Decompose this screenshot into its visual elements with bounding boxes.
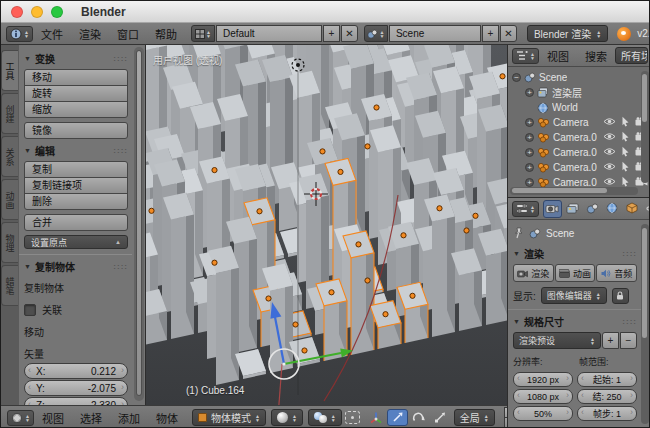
outliner-hscrollbar[interactable] [510, 187, 638, 195]
outliner-item-label[interactable]: 渲染层 [552, 85, 582, 100]
linked-checkbox[interactable] [24, 304, 36, 316]
tool-button[interactable]: 旋转 [24, 85, 128, 102]
outliner-item-label[interactable]: Camera.0 [553, 147, 597, 158]
render-button[interactable]: 渲染 [513, 264, 554, 282]
editor-type-button-info[interactable] [6, 26, 33, 42]
outliner-item-label[interactable]: Camera.0 [553, 162, 597, 173]
panel-header-duplicate-objects[interactable]: 复制物体 [24, 260, 128, 273]
restrict-view-eye-icon[interactable] [603, 117, 616, 128]
remove-preset-button[interactable]: − [620, 332, 637, 349]
viewport-scene[interactable] [146, 45, 507, 405]
frame-end-field[interactable]: 结: 250 [577, 389, 637, 404]
tool-button[interactable]: 复制链接项 [24, 177, 128, 194]
properties-tab-render[interactable] [543, 200, 562, 218]
outliner-item-label[interactable]: Camera.0 [553, 132, 597, 143]
properties-tab-render-layers[interactable] [563, 200, 582, 218]
tool-button[interactable]: 缩放 [24, 101, 128, 118]
toolshelf-tab[interactable]: 创建 [1, 93, 18, 134]
panel-header-transform[interactable]: 变换 [24, 52, 128, 65]
toolshelf-tab[interactable]: 蜡笔 [1, 265, 18, 306]
menubar-menu[interactable]: 帮助 [155, 26, 177, 42]
properties-tab-world[interactable] [603, 200, 622, 218]
view3d-menu[interactable]: 选择 [80, 410, 102, 426]
outliner-item-label[interactable]: Scene [539, 72, 567, 83]
restrict-select-cursor-icon[interactable] [621, 146, 630, 159]
menubar-menu[interactable]: 窗口 [117, 26, 139, 42]
restrict-select-cursor-icon[interactable] [621, 131, 630, 144]
zoom-window-button[interactable] [51, 6, 63, 18]
menubar-menu[interactable]: 文件 [41, 26, 63, 42]
properties-tab-object[interactable] [623, 200, 642, 218]
screen-layout-name[interactable]: Default [216, 25, 322, 42]
screen-layout-browse-button[interactable] [191, 25, 215, 42]
mode-dropdown[interactable]: 物体模式 [192, 409, 266, 426]
restrict-select-cursor-icon[interactable] [621, 116, 630, 129]
panel-header-edit[interactable]: 编辑 [24, 144, 128, 157]
menubar-menu[interactable]: 渲染 [79, 26, 101, 42]
outliner-item-label[interactable]: Camera [553, 117, 589, 128]
expander-plus-icon[interactable]: + [525, 178, 534, 187]
editor-type-button-outliner[interactable] [512, 48, 539, 64]
view3d-menu[interactable]: 添加 [118, 410, 140, 426]
display-mode-dropdown[interactable]: 图像编辑器 [541, 287, 607, 304]
scale-manipulator-toggle[interactable] [429, 409, 450, 426]
breadcrumb-scene-label[interactable]: Scene [546, 228, 574, 239]
outliner-menu[interactable]: 视图 [547, 48, 569, 64]
set-origin-menu-button[interactable]: 设置原点 [24, 235, 128, 249]
resolution-x-field[interactable]: 1920 px [513, 372, 573, 387]
add-preset-button[interactable]: + [602, 332, 619, 349]
render-engine-select[interactable]: Blender 渲染 [527, 25, 608, 42]
outliner-row[interactable]: +Camera [508, 115, 650, 130]
3d-viewport[interactable]: 用户视图 (透视) (1) Cube.164 [146, 45, 507, 405]
expander-minus-icon[interactable]: − [512, 73, 521, 82]
panel-drag-handle-icon[interactable] [113, 262, 128, 271]
expander-plus-icon[interactable]: + [525, 88, 534, 97]
vector-x-field[interactable]: X:0.212 [24, 363, 128, 379]
view3d-menu[interactable]: 物体 [156, 410, 178, 426]
scene-name[interactable]: Scene [389, 25, 481, 42]
scrollbar-thumb[interactable] [642, 228, 647, 338]
translate-manipulator-toggle[interactable] [387, 409, 408, 426]
toolshelf-scrollbar[interactable] [134, 47, 144, 401]
mirror-button[interactable]: 镜像 [24, 122, 128, 139]
restrict-view-eye-icon[interactable] [603, 147, 616, 158]
toolshelf-tab[interactable]: 关系 [1, 136, 18, 177]
tool-button[interactable]: 删除 [24, 193, 128, 210]
panel-drag-handle-icon[interactable] [113, 146, 128, 155]
restrict-select-cursor-icon[interactable] [621, 161, 630, 174]
scrollbar-thumb[interactable] [512, 188, 607, 193]
delete-scene-button[interactable]: ✕ [500, 25, 517, 42]
outliner-menu[interactable]: 搜索 [585, 48, 607, 64]
panel-header-render[interactable]: 渲染 [513, 247, 637, 260]
pivot-point-dropdown[interactable] [308, 409, 342, 426]
lock-interface-button[interactable] [612, 288, 629, 304]
resolution-scale-field[interactable]: 50% [513, 406, 573, 421]
panel-drag-handle-icon[interactable] [622, 249, 637, 258]
frame-start-field[interactable]: 起始: 1 [577, 372, 637, 387]
render-preset-dropdown[interactable]: 渲染预设 [513, 332, 601, 349]
toolshelf-tab[interactable]: 动画 [1, 179, 18, 220]
pin-icon[interactable] [513, 227, 524, 239]
scrollbar-thumb[interactable] [136, 50, 142, 396]
render-audio-button[interactable]: 音频 [596, 264, 637, 282]
manipulate-center-points-toggle[interactable] [345, 409, 360, 426]
rotate-manipulator-toggle[interactable] [408, 409, 429, 426]
outliner-row[interactable]: −Scene [508, 70, 650, 85]
panel-drag-handle-icon[interactable] [113, 54, 128, 63]
expander-plus-icon[interactable]: + [525, 148, 534, 157]
viewport-shading-dropdown[interactable] [271, 409, 303, 426]
scene-browse-button[interactable] [364, 25, 388, 42]
outliner-row[interactable]: +Camera.0 [508, 145, 650, 160]
restrict-view-eye-icon[interactable] [603, 162, 616, 173]
tool-button[interactable]: 移动 [24, 69, 128, 86]
frame-step-field[interactable]: 帧步: 1 [577, 406, 637, 421]
transform-orientation-dropdown[interactable]: 全局 [454, 409, 495, 426]
editor-type-button-3d-view[interactable] [7, 410, 34, 426]
toolshelf-tab[interactable]: 物理 [1, 222, 18, 263]
restrict-view-eye-icon[interactable] [603, 132, 616, 143]
editor-type-button-properties[interactable] [512, 201, 539, 217]
resolution-y-field[interactable]: 1080 px [513, 389, 573, 404]
expander-plus-icon[interactable]: + [525, 118, 534, 127]
delete-screen-layout-button[interactable]: ✕ [341, 25, 358, 42]
add-screen-layout-button[interactable]: + [323, 25, 340, 42]
